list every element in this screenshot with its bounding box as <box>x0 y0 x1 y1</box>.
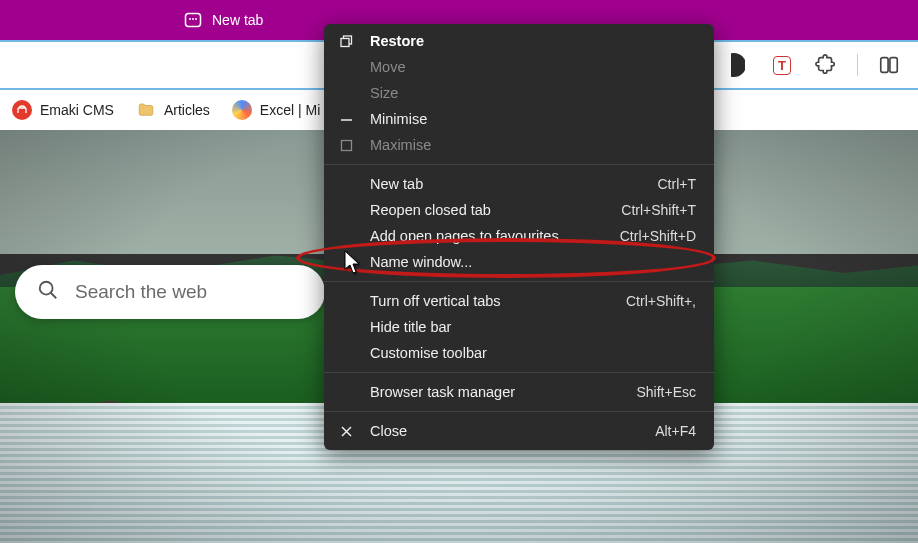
menu-item-reopen-closed-tab[interactable]: Reopen closed tabCtrl+Shift+T <box>324 197 714 223</box>
menu-item-label: Browser task manager <box>370 384 636 400</box>
menu-item-accelerator: Ctrl+T <box>658 176 697 192</box>
blank-icon <box>338 319 354 335</box>
menu-item-label: Maximise <box>370 137 696 153</box>
toolbar-right-group: T <box>725 42 912 88</box>
menu-item-accelerator: Alt+F4 <box>655 423 696 439</box>
menu-separator <box>324 372 714 373</box>
close-icon <box>338 423 354 439</box>
svg-point-3 <box>195 18 197 20</box>
bookmark-label: Emaki CMS <box>40 102 114 118</box>
menu-separator <box>324 164 714 165</box>
menu-item-close[interactable]: CloseAlt+F4 <box>324 418 714 444</box>
menu-item-label: Minimise <box>370 111 696 127</box>
blank-icon <box>338 254 354 270</box>
extensions-icon[interactable] <box>813 52 839 78</box>
menu-item-turn-off-vertical-tabs[interactable]: Turn off vertical tabsCtrl+Shift+, <box>324 288 714 314</box>
menu-item-label: Customise toolbar <box>370 345 696 361</box>
menu-item-accelerator: Shift+Esc <box>636 384 696 400</box>
window-context-menu: RestoreMoveSizeMinimiseMaximiseNew tabCt… <box>324 24 714 450</box>
menu-separator <box>324 281 714 282</box>
svg-rect-12 <box>341 140 351 150</box>
menu-item-label: Restore <box>370 33 696 49</box>
menu-item-accelerator: Ctrl+Shift+D <box>620 228 696 244</box>
blank-icon <box>338 293 354 309</box>
menu-item-maximise: Maximise <box>324 132 714 158</box>
blank-icon <box>338 176 354 192</box>
maximise-icon <box>338 137 354 153</box>
menu-item-label: Hide title bar <box>370 319 696 335</box>
menu-item-accelerator: Ctrl+Shift+T <box>621 202 696 218</box>
blank-icon <box>338 85 354 101</box>
copilot-icon <box>232 100 252 120</box>
menu-item-browser-task-manager[interactable]: Browser task managerShift+Esc <box>324 379 714 405</box>
search-placeholder: Search the web <box>75 281 207 303</box>
t-extension-icon[interactable]: T <box>769 52 795 78</box>
menu-item-label: Add open pages to favourites <box>370 228 620 244</box>
menu-item-move: Move <box>324 54 714 80</box>
bookmark-label: Articles <box>164 102 210 118</box>
menu-item-accelerator: Ctrl+Shift+, <box>626 293 696 309</box>
blank-icon <box>338 59 354 75</box>
menu-separator <box>324 411 714 412</box>
restore-icon <box>338 33 354 49</box>
toolbar-divider <box>857 54 858 76</box>
menu-item-label: Name window... <box>370 254 696 270</box>
minimise-icon <box>338 111 354 127</box>
menu-item-label: Size <box>370 85 696 101</box>
blank-icon <box>338 384 354 400</box>
bookmark-item[interactable]: Emaki CMS <box>12 100 114 120</box>
svg-rect-10 <box>341 38 349 46</box>
menu-item-label: New tab <box>370 176 658 192</box>
menu-item-label: Turn off vertical tabs <box>370 293 626 309</box>
split-screen-icon[interactable] <box>876 52 902 78</box>
svg-line-8 <box>51 293 57 299</box>
svg-point-1 <box>189 18 191 20</box>
menu-item-label: Reopen closed tab <box>370 202 621 218</box>
menu-item-new-tab[interactable]: New tabCtrl+T <box>324 171 714 197</box>
menu-item-hide-title-bar[interactable]: Hide title bar <box>324 314 714 340</box>
svg-rect-5 <box>881 58 888 73</box>
new-tab-icon <box>184 11 202 29</box>
browser-tab[interactable]: New tab <box>170 3 277 37</box>
menu-item-add-open-pages-to-favourites[interactable]: Add open pages to favouritesCtrl+Shift+D <box>324 223 714 249</box>
svg-point-7 <box>40 282 53 295</box>
blank-icon <box>338 345 354 361</box>
menu-item-customise-toolbar[interactable]: Customise toolbar <box>324 340 714 366</box>
blank-icon <box>338 202 354 218</box>
menu-item-size: Size <box>324 80 714 106</box>
svg-point-4 <box>731 53 745 77</box>
search-icon <box>37 279 59 305</box>
menu-item-label: Move <box>370 59 696 75</box>
menu-item-restore[interactable]: Restore <box>324 28 714 54</box>
search-box[interactable]: Search the web <box>15 265 325 319</box>
svg-point-2 <box>192 18 194 20</box>
menu-item-label: Close <box>370 423 655 439</box>
profile-partial-icon[interactable] <box>725 52 751 78</box>
svg-rect-6 <box>890 58 897 73</box>
blank-icon <box>338 228 354 244</box>
bookmark-item[interactable]: Articles <box>136 100 210 120</box>
folder-icon <box>136 100 156 120</box>
bookmark-item[interactable]: Excel | Mi <box>232 100 320 120</box>
tab-label: New tab <box>212 12 263 28</box>
bookmark-label: Excel | Mi <box>260 102 320 118</box>
menu-item-minimise[interactable]: Minimise <box>324 106 714 132</box>
menu-item-name-window[interactable]: Name window... <box>324 249 714 275</box>
emaki-icon <box>12 100 32 120</box>
